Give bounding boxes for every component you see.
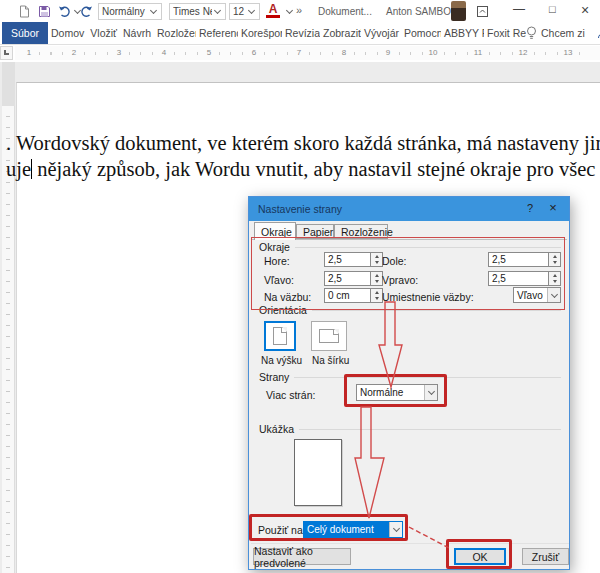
tab-foxit[interactable]: Foxit Rea [484,22,526,44]
page-setup-dialog: Nastavenie strany ? × Okraje Papier Rozl… [248,196,570,570]
maximize-button[interactable]: □ [549,3,556,15]
gutter-label: Na väzbu: [264,291,311,303]
font-selector[interactable]: Times New R [169,3,226,20]
user-avatar[interactable] [451,1,466,21]
margin-top-spinner[interactable]: 2,5 [324,252,383,267]
chevron-down-icon [150,7,157,14]
landscape-label: Na šírku [312,355,349,366]
margin-right-label: Vpravo: [382,274,418,286]
dialog-title: Nastavenie strany [258,203,342,215]
dialog-tab-papier[interactable]: Papier [296,224,334,239]
tab-pomocnik[interactable]: Pomocni [401,22,441,44]
redo-icon[interactable] [80,5,93,18]
ruler-number: 12 [518,48,528,57]
tab-domov[interactable]: Domov [48,22,87,44]
ruler-number: 1 [24,48,34,57]
dialog-tab-rozlozenie[interactable]: Rozloženie [334,224,388,239]
pages-group-legend: Strany [259,371,561,383]
font-color-dropdown-icon[interactable] [286,7,293,14]
style-selector[interactable]: Normálny [98,3,162,20]
horizontal-ruler[interactable]: 1 2 3 4 5 6 7 8 9 10 11 12 13 [15,46,600,60]
tab-revizia[interactable]: Revízia [282,22,320,44]
ruler-number: 6 [249,48,259,57]
cancel-button[interactable]: Zrušiť [522,548,569,565]
ribbon-tab-bar: Súbor Domov Vložiť Návrh Rozložen Refere… [0,22,600,45]
gutter-position-label: Umiestnenie väzby: [382,291,474,303]
chevron-down-icon [248,7,255,14]
margin-right-spinner[interactable]: 2,5 [488,271,561,286]
margin-bottom-spinner[interactable]: 2,5 [488,252,561,267]
font-size-selector[interactable]: 12 [229,3,260,20]
tab-navrh[interactable]: Návrh [120,22,154,44]
gutter-position-dropdown[interactable]: Vľavo [513,287,561,303]
font-size-value: 12 [233,6,246,17]
vertical-ruler-margin [2,62,15,106]
ruler-number: 11 [473,48,483,57]
close-button[interactable]: × [581,2,589,18]
tab-stop-selector[interactable] [0,46,13,60]
apply-to-label: Použiť na: [258,524,306,536]
minimize-button[interactable]: — [513,2,525,16]
document-text-line2: uje nějaký způsob, jak Wordu vnutit, aby… [6,156,600,182]
document-text[interactable]: . Wordovský dokument, ve kterém skoro ka… [6,130,600,182]
ok-button[interactable]: OK [454,548,506,565]
window-titlebar: Normálny Times New R 12 A » Dokument... … [0,0,600,22]
tab-vlozit[interactable]: Vložiť [87,22,120,44]
ruler-number: 2 [69,48,79,57]
ruler-number: 13 [563,48,573,57]
tab-referencie[interactable]: Referenc [196,22,238,44]
style-selector-value: Normálny [102,6,148,17]
margin-bottom-label: Dole: [382,255,407,267]
dialog-help-button[interactable]: ? [523,202,537,214]
ruler-row: 1 2 3 4 5 6 7 8 9 10 11 12 13 [0,45,600,62]
dialog-titlebar[interactable]: Nastavenie strany [249,197,569,221]
user-name[interactable]: Anton SAMBOR [386,6,458,17]
tell-me-lightbulb-icon [526,26,537,40]
chevron-down-icon [424,385,437,400]
tab-content-border [251,239,567,240]
tab-abbyy[interactable]: ABBYY Fi [441,22,484,44]
dialog-tab-okraje[interactable]: Okraje [254,222,296,240]
ruler-number: 10 [428,48,438,57]
apply-to-dropdown[interactable]: Celý dokument [303,521,403,538]
font-selector-value: Times New R [173,6,212,17]
tab-vyvojar[interactable]: Vývojár [361,22,401,44]
document-title: Dokument... [318,6,372,17]
ruler-number: 4 [159,48,169,57]
tab-zobrazit[interactable]: Zobraziť [320,22,361,44]
tab-korespondencia[interactable]: Korešpor [238,22,282,44]
ruler-number: 5 [204,48,214,57]
dialog-close-button[interactable]: × [545,200,561,215]
ruler-number: 3 [114,48,124,57]
portrait-label: Na výšku [261,355,302,366]
preview-group-legend: Ukážka [259,423,561,435]
preview-page-thumbnail [294,439,342,506]
qat-more-icon[interactable]: » [296,4,302,16]
save-icon[interactable] [38,5,51,18]
chevron-down-icon [389,522,402,537]
ruler-number: 9 [383,48,393,57]
font-color-button[interactable]: A [266,3,280,18]
chevron-down-icon [547,288,560,302]
set-default-button[interactable]: Nastaviť ako predvolené [253,548,351,565]
ribbon-display-options-icon[interactable] [477,6,488,17]
margin-top-label: Hore: [264,255,290,267]
orientation-landscape-button[interactable] [311,321,347,351]
ruler-number: 7 [294,48,304,57]
chevron-down-icon [214,7,221,14]
margin-left-spinner[interactable]: 2,5 [324,271,383,286]
tab-subor[interactable]: Súbor [2,22,48,44]
document-text-line1: . Wordovský dokument, ve kterém skoro ka… [6,130,600,156]
gutter-spinner[interactable]: 0 cm [324,288,383,303]
new-document-icon[interactable] [18,5,31,18]
multiple-pages-label: Viac strán: [266,389,315,401]
tab-rozlozenie[interactable]: Rozložen [154,22,196,44]
portrait-page-icon [273,327,287,345]
orientation-group-legend: Orientácia [259,304,561,316]
tell-me-label[interactable]: Chcem zi [541,27,585,39]
multiple-pages-dropdown[interactable]: Normálne [356,384,438,401]
margin-left-label: Vľavo: [264,274,294,286]
undo-icon[interactable] [58,5,71,18]
orientation-portrait-button[interactable] [264,321,296,351]
ruler-number: 8 [339,48,349,57]
